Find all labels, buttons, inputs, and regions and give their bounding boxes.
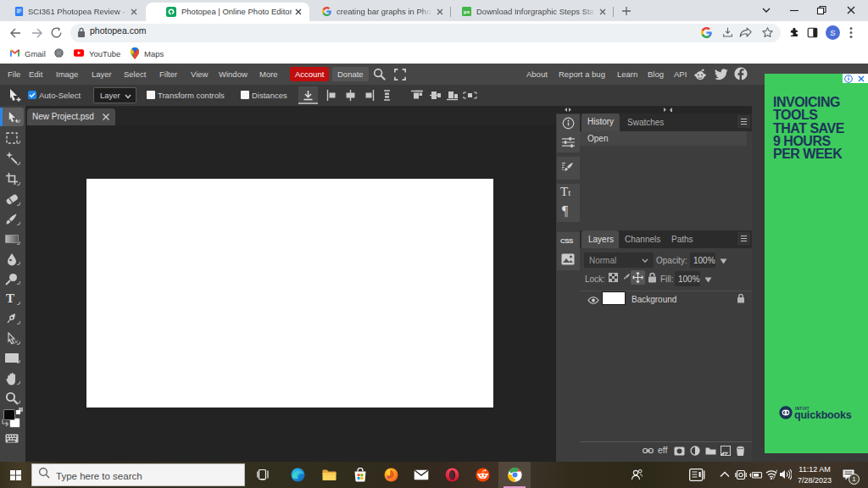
svg-text:px: px <box>464 9 470 14</box>
